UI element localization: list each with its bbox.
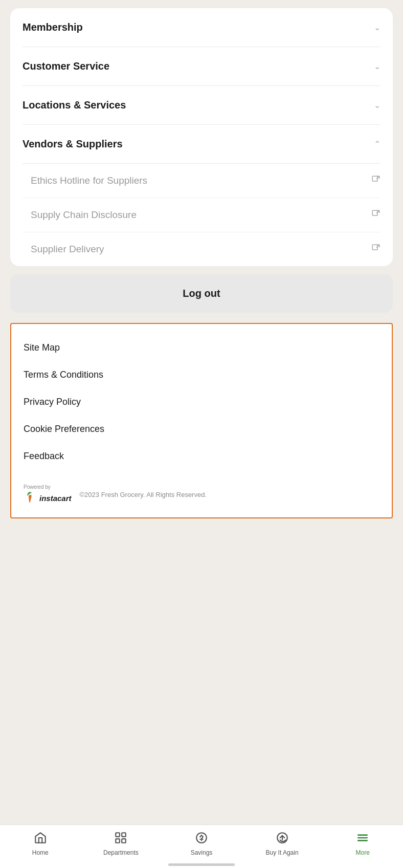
accordion-item-membership[interactable]: Membership ⌄	[23, 8, 380, 47]
external-link-icon-ethics	[371, 175, 380, 186]
external-link-icon-supply	[371, 209, 380, 221]
external-link-icon-delivery	[371, 244, 380, 255]
accordion-label-customer-service: Customer Service	[23, 60, 109, 72]
sub-label-supply-chain: Supply Chain Disclosure	[31, 209, 137, 221]
svg-rect-6	[122, 839, 126, 843]
sub-item-supply-chain[interactable]: Supply Chain Disclosure	[23, 198, 380, 232]
instacart-logo-block: Powered by instacart	[24, 484, 72, 505]
instacart-footer: Powered by instacart	[24, 480, 379, 505]
svg-rect-4	[122, 833, 126, 837]
chevron-down-icon-customer-service: ⌄	[374, 61, 380, 71]
svg-rect-3	[116, 833, 120, 837]
handle-bar	[168, 863, 235, 866]
accordion-label-membership: Membership	[23, 21, 83, 33]
instacart-brand-text: instacart	[39, 494, 72, 503]
instacart-logo: Powered by instacart	[24, 484, 72, 505]
accordion-item-locations-services[interactable]: Locations & Services ⌄	[23, 86, 380, 125]
accordion-item-customer-service[interactable]: Customer Service ⌄	[23, 47, 380, 86]
cookie-preferences-link[interactable]: Cookie Preferences	[24, 416, 379, 443]
page-container: Membership ⌄ Customer Service ⌄ Location…	[0, 0, 403, 868]
chevron-down-icon-membership: ⌄	[374, 23, 380, 32]
nav-label-departments: Departments	[103, 849, 139, 856]
nav-item-savings[interactable]: Savings	[184, 831, 219, 856]
nav-label-more: More	[356, 849, 370, 856]
accordion-item-vendors-suppliers[interactable]: Vendors & Suppliers ⌃	[23, 125, 380, 164]
nav-label-home: Home	[32, 849, 49, 856]
nav-item-home[interactable]: Home	[23, 831, 58, 856]
nav-item-departments[interactable]: Departments	[103, 831, 139, 856]
feedback-link[interactable]: Feedback	[24, 443, 379, 470]
sub-item-ethics-hotline[interactable]: Ethics Hotline for Suppliers	[23, 164, 380, 198]
buy-it-again-icon	[276, 831, 289, 847]
accordion-card: Membership ⌄ Customer Service ⌄ Location…	[10, 8, 393, 266]
svg-rect-5	[116, 839, 120, 843]
bottom-nav: Home Departments Savings	[0, 824, 403, 860]
terms-conditions-link[interactable]: Terms & Conditions	[24, 361, 379, 388]
nav-item-more[interactable]: More	[345, 831, 380, 856]
svg-point-7	[196, 833, 207, 843]
copyright-text: ©2023 Fresh Grocery. All Rights Reserved…	[80, 491, 207, 498]
more-icon	[356, 831, 369, 847]
nav-label-buy-it-again: Buy It Again	[266, 849, 299, 856]
sub-label-ethics-hotline: Ethics Hotline for Suppliers	[31, 175, 147, 186]
instacart-icon	[24, 491, 38, 505]
home-icon	[34, 831, 47, 847]
nav-item-buy-it-again[interactable]: Buy It Again	[264, 831, 300, 856]
main-content: Membership ⌄ Customer Service ⌄ Location…	[0, 0, 403, 824]
departments-icon	[114, 831, 127, 847]
logout-button[interactable]: Log out	[10, 274, 393, 313]
chevron-down-icon-locations: ⌄	[374, 100, 380, 110]
footer-links-card: Site Map Terms & Conditions Privacy Poli…	[10, 323, 393, 518]
accordion-label-locations-services: Locations & Services	[23, 99, 126, 111]
powered-by-text: Powered by	[24, 484, 72, 490]
sub-item-supplier-delivery[interactable]: Supplier Delivery	[23, 232, 380, 266]
site-map-link[interactable]: Site Map	[24, 334, 379, 361]
privacy-policy-link[interactable]: Privacy Policy	[24, 388, 379, 416]
sub-label-supplier-delivery: Supplier Delivery	[31, 244, 104, 255]
home-indicator	[0, 860, 403, 868]
chevron-up-icon-vendors: ⌃	[374, 139, 380, 149]
nav-label-savings: Savings	[191, 849, 213, 856]
accordion-label-vendors-suppliers: Vendors & Suppliers	[23, 138, 123, 150]
savings-icon	[195, 831, 208, 847]
